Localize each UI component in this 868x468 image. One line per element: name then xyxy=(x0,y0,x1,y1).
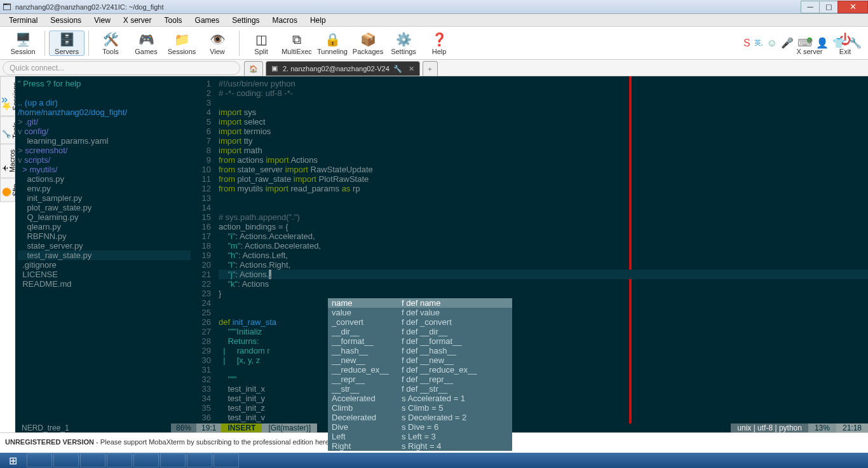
toolbar-session[interactable]: 🖥️Session xyxy=(5,31,41,55)
toolbar-packages[interactable]: 📦Packages xyxy=(350,31,386,55)
autocomplete-item[interactable]: Decelerateds Decelerated = 2 xyxy=(328,413,512,422)
menu-help[interactable]: Help xyxy=(304,16,332,25)
tab-row: Quick connect... 🏠 ▣ 2. nanzhang02@nanzh… xyxy=(0,60,868,76)
status-pos: 21:18 xyxy=(836,423,868,432)
toolbar-sessions[interactable]: 📁Sessions xyxy=(164,31,200,55)
autocomplete-item[interactable]: valuef def value xyxy=(328,308,512,317)
split-icon: ◫ xyxy=(255,31,268,48)
expand-sidebar-icon[interactable]: » xyxy=(1,93,8,106)
tab-label: 2. nanzhang02@nanzhang02-V24 xyxy=(283,65,390,72)
tab-close-icon[interactable]: ✕ xyxy=(409,65,414,73)
sessions-icon: 📁 xyxy=(174,31,190,48)
taskbar-item[interactable] xyxy=(27,453,52,467)
new-tab-button[interactable]: ＋ xyxy=(423,61,438,76)
minimize-button[interactable]: ─ xyxy=(801,1,820,13)
status-nerdname: NERD_tree_1 xyxy=(15,423,171,432)
lang-icon[interactable]: 英, xyxy=(754,38,763,48)
status-nerdpos: 19:1 xyxy=(196,423,221,432)
home-tab[interactable]: 🏠 xyxy=(244,61,263,76)
autocomplete-item[interactable]: __repr__f def __repr__ xyxy=(328,375,512,384)
autocomplete-item[interactable]: __str__f def __str__ xyxy=(328,384,512,394)
wrench-icon[interactable]: 🔧 xyxy=(849,37,862,49)
menu-sessions[interactable]: Sessions xyxy=(44,16,88,25)
tools-icon: 🛠️ xyxy=(103,31,119,48)
menu-tools[interactable]: Tools xyxy=(158,16,189,25)
autocomplete-item[interactable]: __hash__f def __hash__ xyxy=(328,346,512,355)
tab-settings-icon[interactable]: 🔧 xyxy=(393,65,402,73)
taskbar-item[interactable] xyxy=(133,453,159,467)
menu-terminal[interactable]: Terminal xyxy=(3,16,44,25)
sidetab-macros[interactable]: ✈Macros xyxy=(0,144,15,178)
nerdtree-panel[interactable]: " Press ? for help.. (up a dir)/home/nan… xyxy=(15,76,191,423)
games-icon: 🎮 xyxy=(139,31,154,48)
autocomplete-item[interactable]: Accelerateds Accelerated = 1 xyxy=(328,394,512,403)
status-pct: 13% xyxy=(808,423,836,432)
status-mode: INSERT xyxy=(221,423,262,432)
autocomplete-item[interactable]: Rights Right = 4 xyxy=(328,441,512,451)
status-git: [Git(master)] xyxy=(262,423,317,432)
multiexec-icon: ⧉ xyxy=(292,31,301,48)
toolbar-tunneling[interactable]: 🔒Tunneling xyxy=(315,31,350,55)
line-numbers: 1234567891011121314151617181920212223242… xyxy=(191,79,216,422)
close-button[interactable]: ✕ xyxy=(837,1,868,13)
menu-macros[interactable]: Macros xyxy=(266,16,304,25)
window-title: nanzhang02@nanzhang02-V241IC: ~/dog_figh… xyxy=(15,3,164,11)
taskbar-item[interactable] xyxy=(80,453,105,467)
terminal-icon: ▣ xyxy=(271,64,280,73)
toolbar-tools[interactable]: 🛠️Tools xyxy=(93,31,128,55)
smile-icon[interactable]: ☺ xyxy=(767,38,777,49)
windows-taskbar[interactable]: ⊞ xyxy=(0,453,868,468)
view-icon: 👁️ xyxy=(210,31,226,48)
autocomplete-item[interactable]: __dir__f def __dir__ xyxy=(328,327,512,336)
menu-view[interactable]: View xyxy=(88,16,117,25)
autocomplete-popup[interactable]: namef def namevaluef def value_convertf … xyxy=(328,298,512,451)
tray-icons: S 英, ☺ 🎤 ⌨ 👤 👕 🔧 xyxy=(743,37,862,49)
status-nerdpct: 86% xyxy=(171,423,196,432)
taskbar-item[interactable] xyxy=(160,453,186,467)
taskbar-item[interactable] xyxy=(53,453,79,467)
menu-xserver[interactable]: X server xyxy=(117,16,158,25)
user-icon[interactable]: 👤 xyxy=(816,37,829,49)
source-code[interactable]: #!/usr/bin/env python # -*- coding: utf-… xyxy=(219,79,868,422)
unregistered-label: UNREGISTERED VERSION xyxy=(5,438,94,446)
toolbar-view[interactable]: 👁️View xyxy=(200,31,235,55)
code-panel[interactable]: 1234567891011121314151617181920212223242… xyxy=(191,76,868,423)
autocomplete-item[interactable]: _convertf def _convert xyxy=(328,317,512,327)
shirt-icon[interactable]: 👕 xyxy=(832,37,845,49)
window-titlebar: 🗔 nanzhang02@nanzhang02-V241IC: ~/dog_fi… xyxy=(0,0,868,14)
taskbar-item[interactable] xyxy=(214,453,239,467)
autocomplete-item[interactable]: __new__f def __new__ xyxy=(328,355,512,365)
toolbar-settings[interactable]: ⚙️Settings xyxy=(386,31,421,55)
autocomplete-item[interactable]: __format__f def __format__ xyxy=(328,336,512,346)
start-button[interactable]: ⊞ xyxy=(0,453,25,468)
session-tab[interactable]: ▣ 2. nanzhang02@nanzhang02-V24 🔧 ✕ xyxy=(266,61,420,76)
toolbar-help[interactable]: ❓Help xyxy=(421,31,457,55)
menu-bar: TerminalSessionsViewX serverToolsGamesSe… xyxy=(0,14,868,27)
packages-icon: 📦 xyxy=(360,31,376,48)
taskbar-item[interactable] xyxy=(187,453,212,467)
autocomplete-item[interactable]: Dives Dive = 6 xyxy=(328,422,512,432)
autocomplete-item[interactable]: namef def name xyxy=(328,298,512,308)
settings-icon: ⚙️ xyxy=(396,31,412,48)
maximize-button[interactable]: ◻ xyxy=(819,1,838,13)
autocomplete-item[interactable]: Lefts Left = 3 xyxy=(328,432,512,441)
sidetab-sftp[interactable]: 🟠Sftp xyxy=(0,178,15,202)
taskbar-item[interactable] xyxy=(107,453,132,467)
menu-games[interactable]: Games xyxy=(189,16,226,25)
toolbar-servers[interactable]: 🗄️Servers xyxy=(49,31,85,56)
keyboard-icon[interactable]: ⌨ xyxy=(797,37,812,49)
toolbar-games[interactable]: 🎮Games xyxy=(128,31,164,55)
help-icon: ❓ xyxy=(431,31,447,48)
servers-icon: 🗄️ xyxy=(59,31,75,48)
sidetab-tools[interactable]: 🔧Tools xyxy=(0,116,15,144)
quick-connect-input[interactable]: Quick connect... xyxy=(3,61,240,75)
autocomplete-item[interactable]: __reduce_ex__f def __reduce_ex__ xyxy=(328,365,512,375)
session-icon: 🖥️ xyxy=(15,31,31,48)
tunneling-icon: 🔒 xyxy=(325,31,341,48)
toolbar-multiexec[interactable]: ⧉MultiExec xyxy=(279,31,315,55)
menu-settings[interactable]: Settings xyxy=(226,16,266,25)
ime-icon[interactable]: S xyxy=(743,38,750,49)
toolbar-split[interactable]: ◫Split xyxy=(243,31,279,55)
mic-icon[interactable]: 🎤 xyxy=(781,37,794,49)
autocomplete-item[interactable]: Climbs Climb = 5 xyxy=(328,403,512,413)
